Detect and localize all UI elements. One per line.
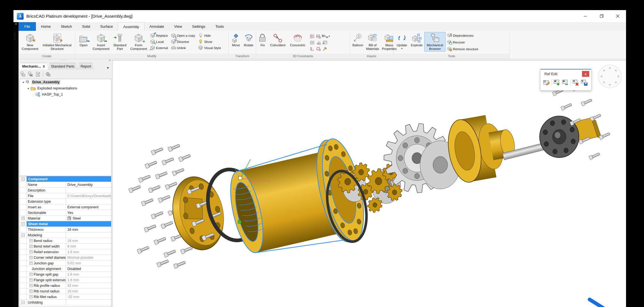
rotate-button[interactable]: Rotate xyxy=(242,32,255,48)
collapse-box-icon[interactable]: − xyxy=(22,301,25,304)
panel-tab-close-icon[interactable]: X xyxy=(43,65,45,68)
expand-box-icon[interactable]: + xyxy=(29,278,33,281)
unlink-button[interactable]: Unlink xyxy=(171,45,195,50)
explode-button[interactable]: Explode xyxy=(409,32,424,48)
expand-box-icon[interactable]: + xyxy=(29,245,33,248)
concentric-constraint-button[interactable]: Concentric xyxy=(288,32,308,48)
fix-constraint-button[interactable]: Fix xyxy=(257,32,268,48)
expand-box-icon[interactable]: + xyxy=(29,256,33,259)
sort-az-icon[interactable]: AZ xyxy=(35,71,41,77)
expand-box-icon[interactable]: + xyxy=(29,290,33,293)
replace-button[interactable]: ⇄Replace xyxy=(150,33,168,38)
panel-drag-handle[interactable]: ····· xyxy=(61,58,67,62)
rigid-set-constraint-icon[interactable] xyxy=(310,46,315,52)
property-group-component[interactable]: −Component xyxy=(20,176,111,182)
tree-item-root[interactable]: ▾ Drive_Assembly xyxy=(20,79,111,85)
restore-button[interactable] xyxy=(593,10,610,22)
expand-box-icon[interactable]: + xyxy=(22,217,25,220)
tab-tools[interactable]: Tools xyxy=(210,22,229,31)
expand-structure-icon[interactable] xyxy=(20,71,26,77)
panel-tab-mechanical[interactable]: Mechanic... X xyxy=(19,63,48,70)
expand-box-icon[interactable]: + xyxy=(29,273,33,276)
chevron-down-icon[interactable]: ▾ xyxy=(27,87,30,90)
panel-tab-report[interactable]: Report xyxy=(77,63,94,70)
expand-box-icon[interactable]: + xyxy=(29,284,33,287)
settings-gear-icon[interactable] xyxy=(45,71,51,77)
tree-item-exploded-representations[interactable]: ▾ Exploded representations xyxy=(20,85,111,91)
close-button[interactable] xyxy=(610,10,626,22)
recover-button[interactable]: Recover xyxy=(447,40,478,45)
hide-button[interactable]: Hide xyxy=(198,33,221,38)
visual-style-button[interactable]: Visual Style xyxy=(198,45,221,50)
dissolve-button[interactable]: ◱Dissolve xyxy=(171,39,195,44)
coincident-constraint-button[interactable]: Coincident xyxy=(268,32,288,48)
collapse-box-icon[interactable]: − xyxy=(22,222,25,225)
tree-label-exploded-representations[interactable]: Exploded representations xyxy=(36,86,78,91)
tab-assembly[interactable]: Assembly xyxy=(118,22,144,31)
minimize-button[interactable] xyxy=(577,10,593,22)
tab-home[interactable]: Home xyxy=(36,22,56,31)
tab-surface[interactable]: Surface xyxy=(95,22,118,31)
new-component-button[interactable]: ✷ New Component xyxy=(20,32,40,52)
collapse-box-icon[interactable]: − xyxy=(22,234,25,237)
bill-of-materials-button[interactable]: Bill of Materials xyxy=(365,32,381,52)
form-component-button[interactable]: + Form Component xyxy=(129,32,149,52)
tree-item-hasp-top-1[interactable]: ⌐ HASP_Top_1 xyxy=(20,91,111,98)
standard-part-button[interactable]: ➜ Standard Part xyxy=(111,32,129,52)
initialize-mechanical-structure-button[interactable]: ✷ Initialize Mechanical Structure xyxy=(40,32,74,52)
collapse-box-icon[interactable]: − xyxy=(22,177,25,181)
dock-close-icon[interactable]: ✕ xyxy=(13,23,19,26)
chevron-down-icon[interactable]: ▾ xyxy=(22,81,25,84)
panel-tab-overflow-caret[interactable]: ▼ xyxy=(106,66,109,70)
update-dropdown-caret[interactable]: ▾ xyxy=(401,47,403,50)
panel-close-icon[interactable]: × xyxy=(109,59,111,62)
save-changes-icon[interactable] xyxy=(581,80,588,86)
tab-settings[interactable]: Settings xyxy=(187,22,210,31)
edit-reference-icon[interactable] xyxy=(543,80,550,86)
expand-box-icon[interactable]: + xyxy=(29,239,33,242)
external-button[interactable]: ⇢External xyxy=(150,45,168,50)
show-button[interactable]: Show xyxy=(198,39,221,44)
expand-box-icon[interactable]: + xyxy=(29,262,33,265)
tab-solid[interactable]: Solid xyxy=(77,22,95,31)
property-subgroup-modeling[interactable]: −Modeling xyxy=(20,232,111,238)
insert-component-button[interactable]: ➦ Insert Component xyxy=(91,32,111,52)
angle-constraint-icon[interactable] xyxy=(316,40,321,45)
parameters-table-icon[interactable] xyxy=(322,40,328,45)
parallel-constraint-icon[interactable] xyxy=(310,40,315,45)
property-subgroup-unfolding[interactable]: −Unfolding xyxy=(20,300,111,305)
fix-face-constraint-icon[interactable] xyxy=(316,46,321,52)
remove-structure-button[interactable]: Remove structure xyxy=(447,46,478,52)
tree-label-hasp-top-1[interactable]: HASP_Top_1 xyxy=(41,92,64,97)
dock-drag-handle[interactable]: ····· xyxy=(15,33,17,40)
update-button[interactable]: Update ▾ xyxy=(395,32,409,51)
dependencies-button[interactable]: Dependencies xyxy=(447,33,478,38)
distance-constraint-icon[interactable] xyxy=(316,34,321,39)
expand-box-icon[interactable]: + xyxy=(29,295,33,298)
selection-grip[interactable] xyxy=(238,220,241,223)
remove-from-working-set-icon[interactable] xyxy=(562,80,569,86)
open-button[interactable]: ➥ Open xyxy=(76,32,91,48)
add-to-working-set-icon[interactable] xyxy=(554,80,560,86)
view-compass[interactable] xyxy=(598,64,622,88)
tab-sketch[interactable]: Sketch xyxy=(56,22,77,31)
ref-edit-close-button[interactable]: x xyxy=(582,71,589,77)
tab-view[interactable]: View xyxy=(169,22,187,31)
tangent-constraint-icon[interactable] xyxy=(310,34,315,39)
panel-tab-standard-parts[interactable]: Standard Parts xyxy=(48,63,77,70)
model-space-canvas[interactable] xyxy=(112,60,626,307)
discard-changes-icon[interactable] xyxy=(572,80,579,86)
tab-file[interactable]: File xyxy=(19,22,36,31)
clean-constraints-icon[interactable] xyxy=(322,46,328,52)
collapse-structure-icon[interactable] xyxy=(28,71,33,77)
balloon-button[interactable]: 1 Balloon xyxy=(351,32,365,48)
tree-label-root[interactable]: Drive_Assembly xyxy=(31,80,60,84)
expand-box-icon[interactable]: + xyxy=(29,250,33,253)
local-button[interactable]: ↻Local xyxy=(150,39,168,44)
tab-annotate[interactable]: Annotate xyxy=(145,22,169,31)
property-group-sheet-metal[interactable]: −Sheet metal xyxy=(20,221,111,227)
move-button[interactable]: Move xyxy=(230,32,242,48)
expression-icon[interactable]: X=10 xyxy=(322,34,328,39)
open-a-copy-button[interactable]: ✷Open a copy xyxy=(171,33,195,38)
mechanical-browser-button[interactable]: Mechanical Browser xyxy=(424,32,446,52)
